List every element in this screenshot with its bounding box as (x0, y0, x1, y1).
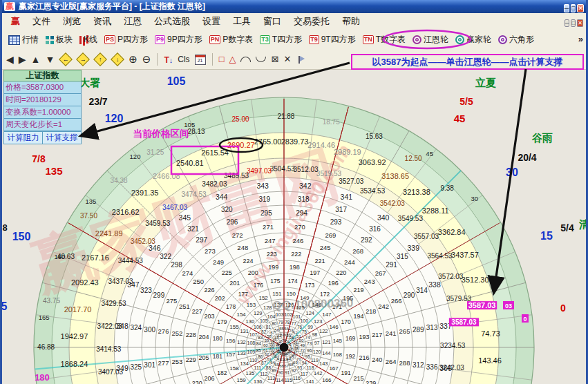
step-up-button[interactable]: ↑ (93, 52, 107, 66)
svg-text:2167.16: 2167.16 (82, 253, 109, 262)
arc-flip-tool-button[interactable] (256, 57, 266, 62)
step-right-button[interactable]: → (76, 52, 90, 66)
svg-text:136: 136 (254, 378, 263, 384)
calendar-button[interactable]: 21 (195, 55, 206, 65)
svg-text:155: 155 (229, 324, 239, 330)
mdi-restore-button[interactable]: □ (571, 19, 576, 27)
svg-text:59: 59 (265, 338, 269, 343)
svg-text:114: 114 (276, 378, 283, 383)
menu-item-资讯[interactable]: 资讯 (87, 13, 117, 30)
toolbar-button-行情[interactable]: 行情 (5, 34, 42, 46)
svg-text:3444.53: 3444.53 (118, 257, 144, 265)
toolbar-button-江恩轮[interactable]: 江恩轮 (409, 34, 452, 46)
menu-item-窗口[interactable]: 窗口 (257, 13, 287, 30)
node-tool-button[interactable]: ✕ (283, 55, 291, 64)
flag-tool-button[interactable] (298, 56, 300, 64)
svg-text:90: 90 (278, 370, 284, 375)
svg-text:9.38: 9.38 (440, 184, 454, 192)
triangle-tool-button[interactable]: △ (229, 55, 236, 64)
svg-text:154: 154 (236, 311, 246, 318)
svg-text:135: 135 (246, 370, 255, 376)
svg-text:30: 30 (471, 195, 479, 202)
svg-text:144: 144 (322, 350, 331, 356)
menu-item-交易委托[interactable]: 交易委托 (287, 13, 336, 30)
svg-text:清明: 清明 (578, 218, 588, 230)
svg-text:143: 143 (319, 361, 328, 367)
menu-item-文件[interactable]: 文件 (26, 13, 57, 30)
box-x-tool-button[interactable]: ⊠ (271, 55, 278, 64)
index-info-panel: 上证指数 价格=3587.0300时间=20180129变换系数=1.00000… (3, 70, 82, 144)
svg-text:181: 181 (213, 353, 222, 360)
close-button[interactable]: ✕ (577, 4, 584, 12)
step-down-button[interactable]: ↓ (111, 52, 124, 66)
svg-text:112: 112 (260, 372, 267, 376)
svg-text:0: 0 (560, 303, 566, 314)
nav-right-button[interactable]: ▶ (19, 55, 26, 64)
svg-text:200: 200 (248, 269, 258, 276)
svg-text:3138.65: 3138.65 (381, 172, 409, 180)
calc-resistance-button[interactable]: 计算阻力 (3, 131, 43, 144)
nav-up-button[interactable]: ▲ (31, 55, 41, 64)
toolbar-label: T数字表 (376, 34, 406, 46)
toolbar-overflow-chevron[interactable]: » (578, 34, 583, 44)
svg-text:75: 75 (302, 329, 307, 334)
arc-tool-button[interactable] (240, 57, 251, 62)
time-down-button[interactable]: T↓ (164, 53, 173, 66)
toolbar-button-9P四方形[interactable]: P99P四方形 (151, 34, 206, 46)
svg-text:128: 128 (263, 305, 272, 311)
cls-button[interactable]: Cls (178, 55, 189, 64)
svg-text:107: 107 (249, 332, 258, 337)
svg-text:106: 106 (254, 325, 262, 329)
svg-text:45: 45 (426, 150, 433, 157)
step-left-button[interactable]: ← (59, 52, 73, 66)
toolbar-button-K线[interactable]: K线 (76, 34, 101, 46)
svg-text:84: 84 (256, 341, 262, 346)
toolbar-button-T数字表[interactable]: TNT数字表 (359, 34, 409, 46)
svg-text:12.50: 12.50 (405, 155, 422, 162)
toolbar-label: 9T四方形 (321, 34, 356, 46)
svg-text:324: 324 (131, 324, 142, 332)
toolbar-button-六角形[interactable]: 六角形 (495, 34, 538, 46)
svg-text:312: 312 (412, 361, 424, 369)
annotation-box[interactable]: 以3587为起点——单击江恩轮——点击计算支撑 (351, 54, 584, 70)
toolbar-button-P数字表[interactable]: PNP数字表 (206, 34, 257, 46)
wheel-icon (498, 35, 507, 44)
svg-text:266: 266 (391, 297, 402, 305)
zoom-out-button[interactable]: ⊖ (142, 55, 151, 64)
panel-row-0: 价格=3587.0300 (3, 81, 82, 94)
svg-text:6: 6 (284, 338, 286, 343)
svg-text:165: 165 (39, 314, 50, 321)
svg-text:130: 130 (246, 318, 255, 325)
menu-item-公式选股[interactable]: 公式选股 (148, 13, 196, 30)
kline-candles-icon (79, 36, 82, 44)
svg-text:2092.43: 2092.43 (71, 278, 99, 287)
menu-item-江恩[interactable]: 江恩 (117, 13, 148, 30)
toolbar-button-T四方形[interactable]: T3T四方形 (256, 34, 305, 46)
maximize-button[interactable]: □ (571, 4, 576, 12)
minimize-button[interactable]: ─ (564, 4, 569, 12)
menu-item-工具[interactable]: 工具 (227, 13, 257, 30)
svg-text:150: 150 (55, 253, 66, 260)
svg-text:345: 345 (179, 213, 191, 222)
menu-item-帮助[interactable]: 帮助 (336, 13, 366, 30)
svg-text:288: 288 (399, 359, 410, 367)
svg-text:168: 168 (333, 352, 343, 358)
nav-left-button[interactable]: ◀ (6, 55, 14, 64)
svg-text:192: 192 (345, 353, 355, 360)
svg-text:83: 83 (258, 335, 263, 340)
toolbar-button-赢家轮[interactable]: 赢家轮 (452, 34, 495, 46)
svg-text:178: 178 (226, 303, 236, 310)
mdi-minimize-button[interactable]: ─ (565, 19, 570, 27)
zoom-in-button[interactable]: ⊕ (129, 55, 137, 64)
svg-text:25.00: 25.00 (232, 115, 249, 123)
toolbar-button-P四方形[interactable]: PSP四方形 (101, 34, 151, 46)
nav-down-button[interactable]: ▼ (45, 55, 55, 64)
mdi-close-button[interactable]: ✕ (577, 19, 583, 27)
toolbar-button-板块[interactable]: 板块 (42, 34, 76, 46)
svg-text:246: 246 (292, 237, 303, 244)
toolbar-button-9T四方形[interactable]: T99T四方形 (305, 34, 359, 46)
rect-tool-button[interactable]: □ (219, 55, 225, 64)
menu-item-浏览[interactable]: 浏览 (57, 13, 87, 30)
calc-support-button[interactable]: 计算支撑 (43, 131, 82, 144)
menu-item-设置[interactable]: 设置 (196, 13, 227, 30)
